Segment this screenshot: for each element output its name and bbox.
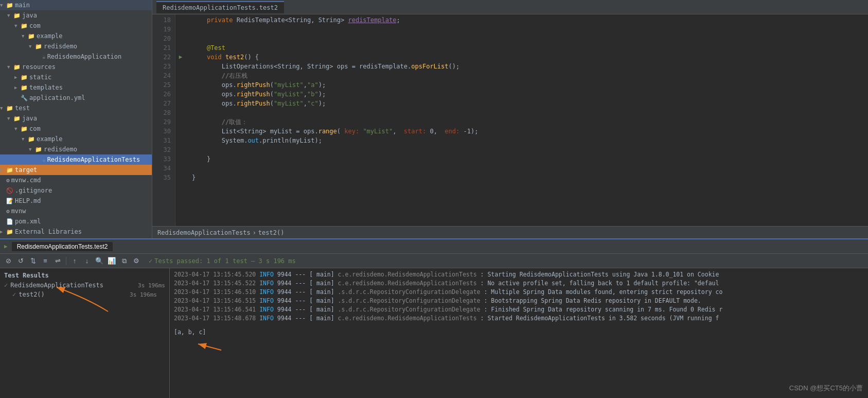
gutter-18 xyxy=(175,15,186,25)
tree-item-example[interactable]: ▼📁example xyxy=(0,31,152,41)
status-check-icon: ✓ xyxy=(149,257,152,265)
test-results-panel: Test Results ✓ RedisdemoApplicationTests… xyxy=(0,268,170,398)
case-name: test2() xyxy=(19,291,45,298)
gutter-30 xyxy=(175,127,186,136)
bottom-content: Test Results ✓ RedisdemoApplicationTests… xyxy=(0,268,868,398)
code-line-33: } xyxy=(192,154,868,164)
tree-item-pom.xml[interactable]: 📄pom.xml xyxy=(0,216,152,227)
chart-button[interactable]: 📊 xyxy=(107,256,117,266)
gutter-28 xyxy=(175,108,186,117)
tree-item-java[interactable]: ▼📁java xyxy=(0,10,152,21)
tree-item-External Libraries[interactable]: ▶📁External Libraries xyxy=(0,227,152,237)
tree-item-.gitignore[interactable]: 🚫.gitignore xyxy=(0,185,152,196)
code-line-32 xyxy=(192,145,868,154)
tree-item-main[interactable]: ▼📁main xyxy=(0,0,152,10)
line-number-26: 26 xyxy=(152,90,171,99)
bottom-panel: ▶ RedisdemoApplicationTests.test2 ⊘ ↺ ⇅ … xyxy=(0,238,868,398)
line-number-22: 22 xyxy=(152,53,171,62)
code-line-27: ops.rightPush("myList","c"); xyxy=(192,99,868,108)
console-line: 2023-04-17 13:15:45.522 INFO 9944 --- [ … xyxy=(174,279,864,288)
suite-name: RedisdemoApplicationTests xyxy=(10,282,103,289)
line-number-27: 27 xyxy=(152,99,171,108)
filter-button[interactable]: ⇌ xyxy=(52,256,63,266)
gutter-21 xyxy=(175,43,186,53)
line-number-33: 33 xyxy=(152,154,171,164)
tree-item-static[interactable]: ▶📁static xyxy=(0,72,152,82)
line-numbers: 181920212223242526272829303132333435 xyxy=(152,14,175,226)
gutter-33 xyxy=(175,154,186,164)
run-tab[interactable]: RedisdemoApplicationTests.test2 xyxy=(12,242,113,251)
code-area[interactable]: private RedisTemplate<String, String> re… xyxy=(186,14,868,226)
console-result: [a, b, c] xyxy=(174,328,864,337)
console-line: 2023-04-17 13:15:46.510 INFO 9944 --- [ … xyxy=(174,288,864,297)
code-line-34 xyxy=(192,164,868,173)
test-case-row[interactable]: ✓ test2() 3s 196ms xyxy=(0,290,169,299)
line-number-24: 24 xyxy=(152,71,171,80)
code-line-31: System.out.println(myList);█ xyxy=(192,136,868,145)
suite-pass-icon: ✓ xyxy=(4,282,8,289)
sort-button[interactable]: ⇅ xyxy=(28,256,38,266)
gutter-23 xyxy=(175,62,186,71)
tree-item-RedisdemoApplication[interactable]: ☕RedisdemoApplication xyxy=(0,51,152,62)
line-number-23: 23 xyxy=(152,62,171,71)
gutter-29 xyxy=(175,117,186,127)
console-line: 2023-04-17 13:15:46.541 INFO 9944 --- [ … xyxy=(174,305,864,314)
tree-item-RedisdemoApplicationTests[interactable]: ☕RedisdemoApplicationTests xyxy=(0,154,152,165)
code-line-18: private RedisTemplate<String, String> re… xyxy=(192,15,868,25)
suite-time: 3s 196ms xyxy=(138,282,165,289)
editor-tab[interactable]: RedisdemoApplicationTests.test2 xyxy=(156,1,284,13)
gutter-32 xyxy=(175,145,186,154)
breadcrumb-separator: › xyxy=(253,229,256,236)
tree-item-resources[interactable]: ▼📁resources xyxy=(0,62,152,72)
tree-item-redisdemo2[interactable]: ▼📁redisdemo xyxy=(0,144,152,154)
export-button[interactable]: ⧉ xyxy=(119,256,129,266)
code-line-21: @Test xyxy=(192,43,868,53)
tree-item-com2[interactable]: ▼📁com xyxy=(0,124,152,134)
tree-item-templates[interactable]: ▶📁templates xyxy=(0,82,152,93)
tree-item-example2[interactable]: ▼📁example xyxy=(0,134,152,144)
console-panel: 2023-04-17 13:15:45.520 INFO 9944 --- [ … xyxy=(170,268,868,398)
code-line-20 xyxy=(192,34,868,43)
gutter-34 xyxy=(175,164,186,173)
status-text: Tests passed: 1 of 1 test – 3 s 196 ms xyxy=(154,257,296,265)
gutter-31 xyxy=(175,136,186,145)
tree-item-test[interactable]: ▼📁test xyxy=(0,103,152,113)
gutter-22[interactable]: ▶ xyxy=(175,53,186,62)
test-suite-row[interactable]: ✓ RedisdemoApplicationTests 3s 196ms xyxy=(0,281,169,290)
stop-button[interactable]: ⊘ xyxy=(3,256,13,266)
code-line-28 xyxy=(192,108,868,117)
code-line-19 xyxy=(192,25,868,34)
tree-item-redisdemo[interactable]: ▼📁redisdemo xyxy=(0,41,152,51)
case-time: 3s 196ms xyxy=(130,291,157,298)
group-button[interactable]: ≡ xyxy=(40,256,50,266)
tree-item-HELP.md[interactable]: 📝HELP.md xyxy=(0,196,152,206)
gutter-25 xyxy=(175,80,186,90)
bottom-toolbar: ⊘ ↺ ⇅ ≡ ⇌ ↑ ↓ 🔍 📊 ⧉ ⚙ ✓ Tests passed: 1 … xyxy=(0,254,868,268)
line-number-29: 29 xyxy=(152,117,171,127)
test-results-header: Test Results xyxy=(0,270,169,281)
tree-item-com[interactable]: ▼📁com xyxy=(0,21,152,31)
tree-item-target[interactable]: ▶📁target xyxy=(0,165,152,175)
gutter-27 xyxy=(175,99,186,108)
tree-item-mvnw.cmd[interactable]: ⚙mvnw.cmd xyxy=(0,175,152,185)
code-line-35: } xyxy=(192,173,868,182)
down-button[interactable]: ↓ xyxy=(82,256,92,266)
line-number-32: 32 xyxy=(152,145,171,154)
console-line: 2023-04-17 13:15:45.520 INFO 9944 --- [ … xyxy=(174,270,864,279)
settings-button[interactable]: ⚙ xyxy=(131,256,141,266)
code-line-24: //右压栈 xyxy=(192,71,868,80)
console-line: 2023-04-17 13:15:48.678 INFO 9944 --- [ … xyxy=(174,314,864,323)
line-number-20: 20 xyxy=(152,34,171,43)
code-line-29: //取值： xyxy=(192,117,868,127)
line-number-25: 25 xyxy=(152,80,171,90)
tree-item-java2[interactable]: ▼📁java xyxy=(0,113,152,124)
line-number-35: 35 xyxy=(152,173,171,182)
gutter-35 xyxy=(175,173,186,182)
tree-item-application.yml[interactable]: 🔧application.yml xyxy=(0,93,152,103)
tree-item-mvnw[interactable]: ⚙mvnw xyxy=(0,206,152,216)
line-number-34: 34 xyxy=(152,164,171,173)
breadcrumb-method: test2() xyxy=(258,229,285,236)
up-button[interactable]: ↑ xyxy=(69,256,80,266)
rerun-button[interactable]: ↺ xyxy=(15,256,26,266)
search-button[interactable]: 🔍 xyxy=(94,256,104,266)
